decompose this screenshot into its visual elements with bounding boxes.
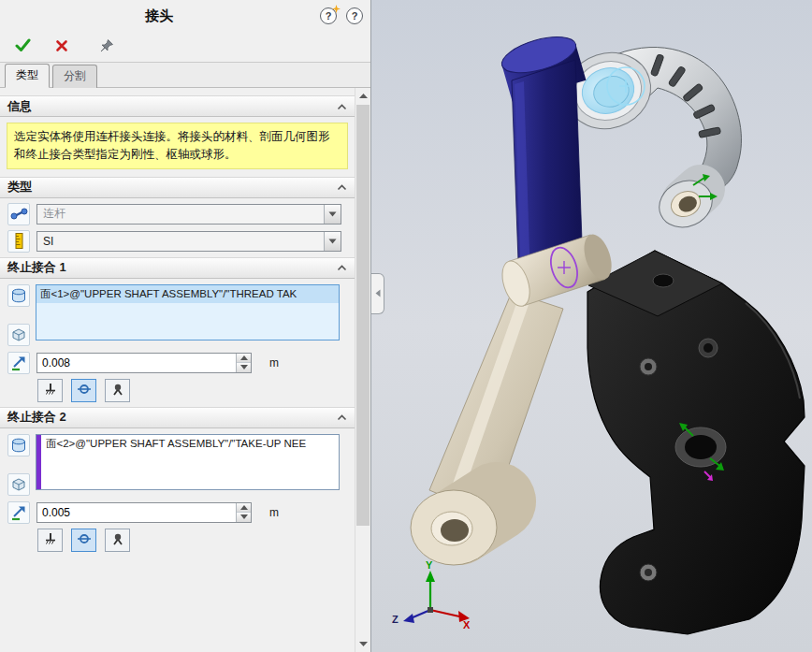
help-glyph: ? — [352, 10, 358, 22]
scroll-up-button[interactable] — [355, 88, 370, 104]
joint2-length-input[interactable] — [37, 503, 236, 522]
panel-title: 接头 — [7, 7, 311, 25]
tab-type-label: 类型 — [16, 68, 38, 81]
info-message: 选定实体将使用连杆接头连接。将接头的材料、剖面几何图形和终止接合类型指定为刚性、… — [7, 123, 348, 169]
face-selection-icon — [7, 284, 30, 307]
joint1-section-title: 终止接合 1 — [7, 259, 337, 276]
spherical-joint-button[interactable] — [105, 529, 130, 552]
spherical-joint-button[interactable] — [105, 379, 130, 402]
graphics-viewport[interactable]: Y X Z — [371, 0, 812, 652]
chevron-left-icon — [375, 287, 381, 300]
pivot-joint-button[interactable] — [71, 379, 96, 402]
triad-x-label: X — [463, 619, 471, 630]
rigid-joint-button[interactable] — [37, 529, 63, 552]
pivot-icon — [77, 382, 92, 399]
joint2-selection-box[interactable]: 面<2>@"UPPER SHAFT ASSEMBLY"/"TAKE-UP NEE — [36, 434, 340, 490]
type-section: 类型 连杆 — [0, 177, 355, 253]
joint2-length-spinners — [236, 503, 251, 522]
pivot-joint-button[interactable] — [71, 529, 96, 552]
pin-icon — [99, 38, 114, 56]
joint1-section-header[interactable]: 终止接合 1 — [0, 257, 355, 279]
units-value: SI — [43, 235, 324, 248]
spherical-icon — [110, 531, 125, 549]
joint2-increment-button[interactable] — [237, 503, 251, 513]
property-manager-panel: 接头 ? ? — [0, 0, 371, 652]
scroll-down-button[interactable] — [355, 636, 370, 652]
link-eye-hole[interactable] — [441, 519, 469, 542]
tab-split-label: 分割 — [64, 69, 86, 82]
info-section-title: 信息 — [7, 98, 337, 115]
joint2-selection-item[interactable]: 面<2>@"UPPER SHAFT ASSEMBLY"/"TAKE-UP NEE — [42, 435, 339, 453]
pivot-icon — [77, 531, 92, 549]
type-section-header[interactable]: 类型 — [0, 177, 355, 198]
joint1-decrement-button[interactable] — [237, 362, 251, 372]
panel-titlebar: 接头 ? ? — [0, 0, 370, 32]
panel-action-bar — [0, 32, 370, 63]
units-icon — [7, 230, 30, 253]
joint2-section: 终止接合 2 — [0, 407, 355, 552]
joint2-section-header[interactable]: 终止接合 2 — [0, 407, 355, 428]
connector-type-dropdown[interactable]: 连杆 — [36, 204, 341, 225]
help-icon[interactable]: ? — [346, 7, 363, 24]
face-selection-icon — [7, 434, 30, 456]
rigid-icon — [43, 382, 58, 399]
connector-type-icon — [7, 203, 30, 225]
chevron-down-icon — [324, 205, 341, 224]
3d-scene: Y X Z — [371, 0, 812, 652]
joint2-length-field[interactable] — [36, 502, 252, 523]
rigid-joint-button[interactable] — [37, 379, 63, 402]
joint-preview-icon — [7, 324, 30, 346]
rigid-icon — [43, 531, 58, 549]
scrollbar-thumb[interactable] — [356, 105, 370, 526]
star-icon — [332, 4, 341, 15]
joint2-unit-label: m — [269, 506, 279, 519]
joint2-section-title: 终止接合 2 — [7, 409, 337, 426]
triad-y-label: Y — [426, 559, 433, 571]
joint2-decrement-button[interactable] — [237, 512, 251, 522]
connector-type-value: 连杆 — [43, 206, 324, 222]
joint1-length-field[interactable] — [36, 353, 252, 373]
type-section-title: 类型 — [7, 179, 337, 196]
whats-new-glyph: ? — [326, 10, 332, 22]
joint1-selection-box[interactable]: 面<1>@"UPPER SHAFT ASSEMBLY"/"THREAD TAK — [36, 284, 340, 340]
info-section-header[interactable]: 信息 — [0, 95, 355, 117]
chevron-up-icon — [337, 100, 347, 113]
cancel-button[interactable] — [51, 36, 73, 58]
spherical-icon — [110, 382, 125, 399]
joint1-unit-label: m — [269, 356, 279, 369]
panel-body: 信息 选定实体将使用连杆接头连接。将接头的材料、剖面几何图形和终止接合类型指定为… — [0, 88, 370, 652]
chevron-up-icon — [337, 181, 347, 194]
scrollbar-track[interactable] — [355, 104, 370, 636]
joint-preview-icon — [7, 473, 30, 496]
info-section: 信息 选定实体将使用连杆接头连接。将接头的材料、剖面几何图形和终止接合类型指定为… — [0, 95, 355, 169]
close-icon — [55, 39, 68, 55]
length-icon — [7, 352, 30, 374]
joint1-increment-button[interactable] — [237, 354, 251, 363]
units-dropdown[interactable]: SI — [36, 231, 341, 252]
chevron-up-icon — [337, 261, 347, 274]
panel-collapse-handle[interactable] — [371, 273, 384, 314]
panel-scrollbar[interactable] — [355, 88, 370, 652]
joint1-length-input[interactable] — [37, 354, 236, 372]
joint1-selection-item[interactable]: 面<1>@"UPPER SHAFT ASSEMBLY"/"THREAD TAK — [36, 285, 339, 303]
length-icon — [7, 501, 30, 524]
solidworks-window: 接头 ? ? — [0, 0, 812, 652]
chevron-up-icon — [337, 411, 347, 424]
joint1-section: 终止接合 1 — [0, 257, 355, 402]
tab-split[interactable]: 分割 — [52, 65, 97, 88]
check-icon — [15, 38, 31, 55]
pin-button[interactable] — [95, 36, 118, 58]
tab-type[interactable]: 类型 — [5, 64, 50, 88]
chevron-down-icon — [324, 232, 341, 251]
joint1-length-spinners — [236, 354, 251, 372]
whats-new-help-icon[interactable]: ? — [320, 7, 337, 24]
triad-z-label: Z — [392, 614, 399, 625]
joint2-color-swatch — [36, 435, 41, 489]
panel-tabs: 类型 分割 — [0, 63, 370, 88]
ok-button[interactable] — [11, 36, 34, 58]
panel-content: 信息 选定实体将使用连杆接头连接。将接头的材料、剖面几何图形和终止接合类型指定为… — [0, 88, 355, 652]
